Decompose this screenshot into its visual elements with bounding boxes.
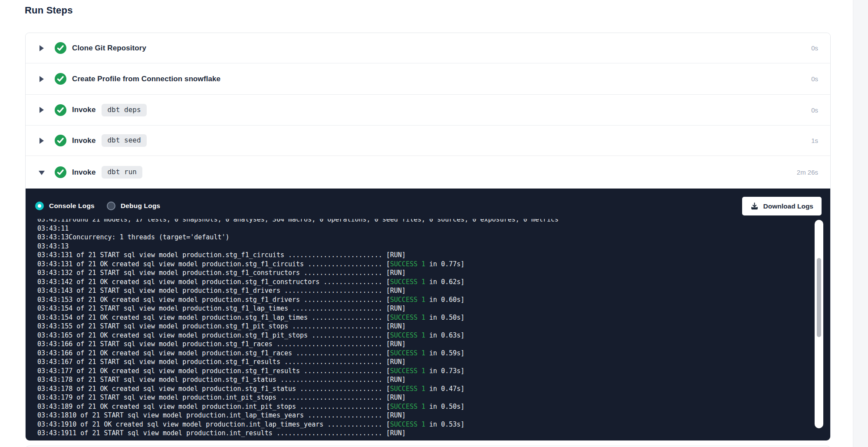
log-tab-label: Console Logs	[49, 202, 95, 210]
step-label: Create Profile from Connection snowflake	[72, 75, 220, 83]
log-line: 03:43:131 of 21 OK created sql view mode…	[26, 260, 812, 269]
step-row-5[interactable]: Invokedbt run2m 26s	[26, 156, 830, 189]
step-duration: 1s	[811, 137, 818, 144]
log-line: 03:43:13Concurrency: 1 threads (target='…	[26, 233, 812, 242]
log-line: 03:43:142 of 21 OK created sql view mode…	[26, 278, 812, 287]
radio-unselected-icon[interactable]	[107, 202, 115, 210]
run-steps-list: Clone Git Repository0sCreate Profile fro…	[26, 33, 830, 189]
step-command-chip: dbt run	[102, 166, 142, 179]
download-logs-label: Download Logs	[763, 202, 813, 210]
step-duration: 0s	[811, 75, 818, 83]
log-line: 03:43:179 of 21 START sql view model pro…	[26, 393, 812, 402]
log-line: 03:43:166 of 21 START sql view model pro…	[26, 340, 812, 349]
log-line: 03:43:13	[26, 242, 812, 251]
log-tabs: Console LogsDebug Logs	[35, 202, 172, 210]
radio-selected-icon[interactable]	[35, 202, 44, 210]
step-command-chip: dbt seed	[102, 134, 146, 147]
caret-right-icon[interactable]	[39, 45, 45, 51]
log-line: 03:43:153 of 21 OK created sql view mode…	[26, 295, 812, 305]
check-circle-icon	[55, 73, 66, 85]
step-row-3[interactable]: Invokedbt deps0s	[26, 95, 830, 126]
check-circle-icon	[55, 104, 66, 116]
log-line: 03:43:1810 of 21 START sql view model pr…	[26, 411, 812, 420]
log-line: 03:43:154 of 21 START sql view model pro…	[26, 304, 812, 313]
caret-right-icon[interactable]	[39, 107, 45, 113]
log-line: 03:43:177 of 21 OK created sql view mode…	[26, 367, 812, 376]
log-line: 03:43:131 of 21 START sql view model pro…	[26, 251, 812, 260]
log-line: 03:43:167 of 21 START sql view model pro…	[26, 358, 812, 367]
log-line: 03:43:189 of 21 OK created sql view mode…	[26, 402, 812, 411]
log-line: 03:43:143 of 21 START sql view model pro…	[26, 286, 812, 295]
log-tab-label: Debug Logs	[121, 202, 161, 210]
page-title: Run Steps	[25, 5, 73, 16]
log-line: 03:43:1911 of 21 START sql view model pr…	[26, 429, 812, 438]
download-icon	[750, 202, 759, 210]
page-right-gutter	[853, 0, 868, 447]
step-label: Invoke	[72, 106, 95, 114]
log-line: 03:43:132 of 21 START sql view model pro…	[26, 268, 812, 278]
step-row-2[interactable]: Create Profile from Connection snowflake…	[26, 63, 830, 95]
log-tab-console-logs[interactable]: Console Logs	[35, 202, 95, 210]
download-logs-button[interactable]: Download Logs	[742, 197, 822, 215]
console-log-output: 03:43:11Found 21 models, 17 tests, 0 sna…	[26, 219, 812, 438]
log-scrollbar-track[interactable]	[815, 220, 823, 428]
log-line: 03:43:178 of 21 OK created sql view mode…	[26, 384, 812, 394]
step-command-chip: dbt deps	[102, 104, 146, 116]
log-line: 03:43:11	[26, 224, 812, 233]
run-steps-page: Run Steps Clone Git Repository0sCreate P…	[0, 0, 868, 447]
run-steps-card: Clone Git Repository0sCreate Profile fro…	[25, 33, 831, 440]
check-circle-icon	[55, 42, 66, 54]
step-label: Clone Git Repository	[72, 44, 146, 53]
log-line: 03:43:155 of 21 START sql view model pro…	[26, 322, 812, 331]
caret-right-icon[interactable]	[39, 138, 45, 144]
log-line: 03:43:165 of 21 OK created sql view mode…	[26, 331, 812, 340]
step-duration: 0s	[811, 44, 818, 52]
log-line: 03:43:154 of 21 OK created sql view mode…	[26, 313, 812, 322]
log-line: 03:43:178 of 21 START sql view model pro…	[26, 375, 812, 384]
log-tab-debug-logs[interactable]: Debug Logs	[107, 202, 161, 210]
check-circle-icon	[55, 166, 66, 178]
step-duration: 2m 26s	[797, 169, 818, 176]
step-row-4[interactable]: Invokedbt seed1s	[26, 126, 830, 156]
step-label: Invoke	[72, 168, 95, 177]
check-circle-icon	[55, 135, 66, 146]
log-line: 03:43:166 of 21 OK created sql view mode…	[26, 349, 812, 358]
caret-down-icon[interactable]	[39, 169, 45, 175]
log-line: 03:43:11Found 21 models, 17 tests, 0 sna…	[26, 219, 812, 224]
caret-right-icon[interactable]	[39, 76, 45, 82]
step-duration: 0s	[811, 106, 818, 114]
step-row-1[interactable]: Clone Git Repository0s	[26, 33, 830, 63]
log-panel: Console LogsDebug Logs Download Logs 03:…	[26, 189, 830, 440]
log-line: 03:43:1910 of 21 OK created sql view mod…	[26, 420, 812, 429]
step-label: Invoke	[72, 136, 95, 145]
log-scrollbar-thumb[interactable]	[817, 258, 821, 337]
